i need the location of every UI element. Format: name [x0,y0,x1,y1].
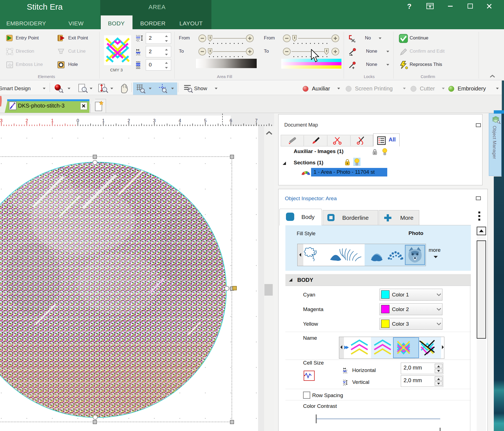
svg-text:0: 0 [77,118,79,123]
svg-text:1: 1 [102,118,105,123]
svg-text:2: 2 [128,118,130,123]
svg-text:4: 4 [179,118,181,123]
svg-text:3: 3 [0,118,2,123]
svg-text:5: 5 [204,118,207,123]
svg-text:1: 1 [51,118,54,123]
svg-text:3: 3 [153,118,156,123]
svg-text:2: 2 [26,118,28,123]
svg-text:7: 7 [255,118,258,123]
svg-text:?: ? [407,2,412,10]
svg-text:6: 6 [230,118,232,123]
